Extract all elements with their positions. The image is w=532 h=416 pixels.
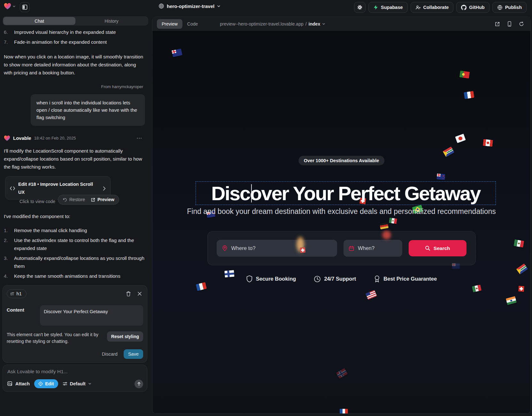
flag-mx-icon bbox=[389, 218, 397, 224]
external-link-icon bbox=[495, 21, 500, 27]
tab-chat[interactable]: Chat bbox=[3, 17, 75, 25]
chevron-down-icon bbox=[322, 22, 325, 26]
mobile-view-button[interactable] bbox=[507, 21, 512, 27]
chevron-right-icon bbox=[103, 186, 106, 191]
tab-code[interactable]: Code bbox=[182, 19, 203, 29]
search-card: Search bbox=[207, 231, 476, 265]
tab-history[interactable]: History bbox=[75, 17, 148, 25]
settings-button[interactable] bbox=[354, 2, 366, 13]
date-input[interactable] bbox=[358, 245, 397, 251]
flag-za-icon bbox=[443, 147, 454, 157]
flag-za-icon bbox=[516, 263, 528, 274]
sliders-icon bbox=[63, 382, 67, 386]
list-item: 1.Remove the manual click handling bbox=[4, 226, 145, 234]
flag-nz-icon bbox=[437, 174, 445, 180]
flag-au-icon bbox=[172, 49, 182, 57]
reset-styling-button[interactable]: Reset styling bbox=[107, 331, 143, 342]
destinations-badge: Over 1000+ Destinations Available bbox=[298, 156, 384, 165]
preview-toolbar: Preview Code preview--hero-optimizer-tra… bbox=[152, 17, 530, 31]
user-message-bubble: when i scroll into the individual locati… bbox=[31, 94, 145, 126]
publish-button[interactable]: Publish bbox=[492, 2, 527, 13]
assistant-paragraph: I'll modify the LocationScroll component… bbox=[4, 147, 145, 171]
people-icon bbox=[415, 5, 421, 10]
element-tag-badge[interactable]: tT h1 bbox=[7, 289, 27, 298]
restore-button[interactable]: Restore bbox=[63, 196, 85, 204]
chat-input[interactable] bbox=[7, 369, 143, 374]
assistant-list: 6.Improved visual hierarchy in the expan… bbox=[4, 28, 145, 46]
element-tag-label: h1 bbox=[17, 291, 22, 296]
flag-no-icon bbox=[336, 368, 348, 379]
url-separator: / bbox=[305, 21, 307, 26]
flag-ch-icon bbox=[518, 286, 524, 292]
sidebar-toggle-button[interactable] bbox=[20, 2, 30, 12]
model-select-button[interactable]: Default bbox=[63, 381, 91, 386]
destination-input[interactable] bbox=[231, 245, 332, 251]
search-button[interactable]: Search bbox=[409, 240, 466, 256]
assistant-paragraph: I've modified the component to: bbox=[4, 212, 145, 220]
refresh-button[interactable] bbox=[519, 21, 524, 27]
search-icon bbox=[425, 246, 430, 251]
list-item: 6.Improved visual hierarchy in the expan… bbox=[4, 28, 145, 36]
tab-preview[interactable]: Preview bbox=[157, 19, 182, 29]
chevron-down-icon bbox=[217, 4, 220, 8]
version-actions-pill: Restore Preview bbox=[58, 195, 119, 205]
flag-fr-icon bbox=[340, 409, 348, 414]
edit-mode-button[interactable]: Edit bbox=[34, 379, 58, 388]
discard-button[interactable]: Discard bbox=[102, 352, 118, 357]
close-panel-button[interactable] bbox=[137, 291, 142, 297]
preview-version-button[interactable]: Preview bbox=[91, 196, 114, 204]
external-link-icon bbox=[91, 198, 95, 202]
calendar-icon bbox=[349, 246, 354, 251]
open-in-new-tab-button[interactable] bbox=[495, 21, 500, 27]
chevron-down-icon bbox=[88, 382, 91, 385]
mobile-phone-icon bbox=[507, 21, 512, 27]
url-host: preview--hero-optimizer-travel.lovable.a… bbox=[220, 21, 303, 26]
top-bar: hero-optimizer-travel Supabase bbox=[0, 0, 532, 15]
flag-fr-icon bbox=[196, 282, 207, 291]
supabase-icon bbox=[373, 5, 378, 10]
site-viewport: Over 1000+ Destinations Available Discov… bbox=[152, 31, 530, 414]
message-more-button[interactable]: ⋯ bbox=[136, 134, 145, 142]
date-field[interactable] bbox=[343, 240, 402, 257]
close-icon bbox=[137, 291, 142, 296]
send-button[interactable] bbox=[135, 380, 143, 388]
preview-url-bar[interactable]: preview--hero-optimizer-travel.lovable.a… bbox=[220, 21, 325, 26]
chat-log[interactable]: 6.Improved visual hierarchy in the expan… bbox=[3, 28, 148, 284]
supabase-button[interactable]: Supabase bbox=[368, 2, 408, 13]
delete-element-button[interactable] bbox=[126, 291, 131, 297]
map-pin-icon bbox=[222, 245, 228, 251]
destination-field[interactable] bbox=[217, 240, 337, 257]
restore-icon bbox=[63, 198, 67, 202]
trash-icon bbox=[126, 291, 131, 297]
flag-fr-icon bbox=[464, 91, 474, 99]
topbar-actions: Supabase Collaborate GitHub Publish bbox=[354, 2, 527, 13]
project-name: hero-optimizer-travel bbox=[167, 4, 214, 9]
lovable-heart-icon bbox=[4, 3, 11, 10]
element-editor-panel: tT h1 Content Discover Your Perfect Geta… bbox=[3, 285, 147, 363]
url-page: index bbox=[309, 21, 320, 26]
globe-icon bbox=[158, 3, 164, 9]
attach-button[interactable]: Attach bbox=[7, 381, 30, 386]
lovable-logo-menu[interactable] bbox=[4, 3, 16, 10]
collaborate-button[interactable]: Collaborate bbox=[411, 2, 454, 13]
refresh-icon bbox=[519, 21, 524, 26]
feature-support: 24/7 Support bbox=[314, 275, 356, 283]
arrow-up-icon bbox=[137, 382, 141, 386]
project-switcher[interactable]: hero-optimizer-travel bbox=[158, 3, 220, 9]
flag-pt-icon bbox=[459, 71, 470, 79]
github-button[interactable]: GitHub bbox=[456, 2, 489, 13]
feature-secure-booking: Secure Booking bbox=[246, 275, 296, 283]
flag-ca-icon bbox=[483, 139, 493, 147]
feature-best-price: Best Price Guarantee bbox=[374, 275, 437, 283]
text-caret bbox=[251, 184, 252, 202]
content-field-input[interactable]: Discover Your Perfect Getaway bbox=[40, 305, 143, 326]
styling-note-text: This element can't be styled. You can ed… bbox=[7, 331, 103, 345]
target-icon bbox=[38, 382, 43, 386]
save-button[interactable]: Save bbox=[124, 349, 143, 359]
lovable-app: hero-optimizer-travel Supabase bbox=[0, 0, 532, 416]
typography-icon: tT bbox=[11, 291, 14, 296]
flag-mx-icon bbox=[513, 239, 524, 248]
h1-selection-box[interactable]: Discover Your Perfect Getaway bbox=[196, 181, 496, 205]
github-icon bbox=[461, 5, 466, 10]
flag-de-icon bbox=[380, 222, 389, 229]
